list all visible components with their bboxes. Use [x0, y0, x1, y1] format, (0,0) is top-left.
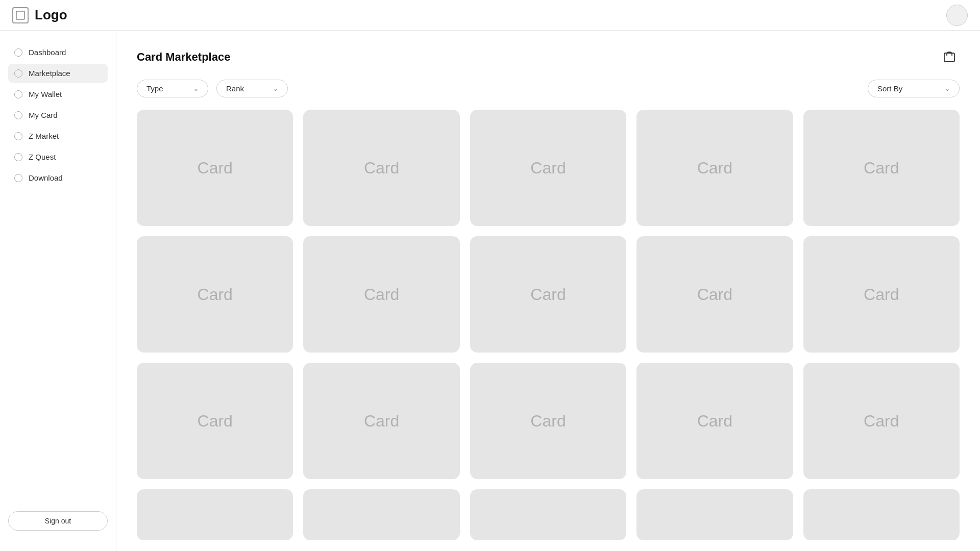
app-header: Logo: [0, 0, 980, 31]
sort-by-label: Sort By: [877, 84, 902, 93]
sidebar-label-my-card: My Card: [29, 111, 58, 119]
type-filter-label: Type: [146, 84, 163, 93]
logo-text: Logo: [35, 7, 67, 23]
app-layout: DashboardMarketplaceMy WalletMy CardZ Ma…: [0, 31, 980, 551]
sidebar-nav: DashboardMarketplaceMy WalletMy CardZ Ma…: [0, 43, 116, 187]
card-label-6: Card: [198, 285, 233, 304]
main-header: Card Marketplace: [137, 47, 960, 67]
sidebar-item-my-card[interactable]: My Card: [8, 106, 108, 124]
sidebar-label-my-wallet: My Wallet: [29, 90, 62, 98]
sidebar-item-download[interactable]: Download: [8, 168, 108, 187]
main-content: Card Marketplace Type ⌄ Rank ⌄ Sort By ⌄: [116, 31, 980, 551]
card-item-10[interactable]: Card: [803, 236, 960, 353]
sidebar-label-download: Download: [29, 173, 63, 182]
card-item-partial-19[interactable]: [636, 489, 793, 540]
card-label-15: Card: [864, 412, 899, 431]
card-label-10: Card: [864, 285, 899, 304]
card-item-6[interactable]: Card: [137, 236, 293, 353]
card-label-5: Card: [864, 159, 899, 178]
card-item-11[interactable]: Card: [137, 363, 293, 479]
card-label-4: Card: [697, 159, 732, 178]
sidebar-dot-download: [14, 174, 22, 182]
card-item-14[interactable]: Card: [636, 363, 793, 479]
sidebar-dot-my-card: [14, 111, 22, 119]
cart-icon-button[interactable]: [939, 47, 960, 67]
header-left: Logo: [12, 7, 67, 23]
sidebar-label-marketplace: Marketplace: [29, 69, 70, 78]
card-label-9: Card: [697, 285, 732, 304]
sidebar-label-z-market: Z Market: [29, 132, 59, 140]
card-item-12[interactable]: Card: [303, 363, 459, 479]
sidebar-label-z-quest: Z Quest: [29, 153, 56, 161]
card-item-8[interactable]: Card: [470, 236, 626, 353]
card-item-partial-20[interactable]: [803, 489, 960, 540]
card-item-13[interactable]: Card: [470, 363, 626, 479]
sidebar-item-z-quest[interactable]: Z Quest: [8, 147, 108, 166]
card-grid: CardCardCardCardCardCardCardCardCardCard…: [137, 110, 960, 540]
card-label-3: Card: [530, 159, 566, 178]
card-label-14: Card: [697, 412, 732, 431]
rank-filter-label: Rank: [226, 84, 244, 93]
logo-icon: [12, 7, 29, 23]
card-item-2[interactable]: Card: [303, 110, 459, 226]
sidebar-dot-z-market: [14, 132, 22, 140]
sidebar-item-marketplace[interactable]: Marketplace: [8, 64, 108, 83]
sidebar-dot-my-wallet: [14, 90, 22, 98]
card-item-partial-16[interactable]: [137, 489, 293, 540]
sidebar-dot-marketplace: [14, 69, 22, 78]
sidebar-label-dashboard: Dashboard: [29, 48, 66, 57]
avatar[interactable]: [946, 5, 968, 26]
card-label-11: Card: [198, 412, 233, 431]
sort-chevron-icon: ⌄: [945, 85, 950, 92]
type-filter-dropdown[interactable]: Type ⌄: [137, 80, 208, 97]
type-chevron-icon: ⌄: [193, 85, 199, 92]
card-item-partial-18[interactable]: [470, 489, 626, 540]
card-item-9[interactable]: Card: [636, 236, 793, 353]
svg-rect-1: [944, 53, 954, 62]
sidebar-item-my-wallet[interactable]: My Wallet: [8, 85, 108, 104]
sidebar-item-dashboard[interactable]: Dashboard: [8, 43, 108, 62]
sidebar-item-z-market[interactable]: Z Market: [8, 127, 108, 145]
rank-chevron-icon: ⌄: [273, 85, 278, 92]
sidebar-footer: Sign out: [0, 511, 116, 539]
sidebar-dot-z-quest: [14, 153, 22, 161]
sign-out-button[interactable]: Sign out: [8, 511, 108, 531]
rank-filter-dropdown[interactable]: Rank ⌄: [216, 80, 288, 97]
card-item-1[interactable]: Card: [137, 110, 293, 226]
page-title: Card Marketplace: [137, 51, 230, 64]
card-item-4[interactable]: Card: [636, 110, 793, 226]
card-label-13: Card: [530, 412, 566, 431]
card-item-partial-17[interactable]: [303, 489, 459, 540]
card-item-7[interactable]: Card: [303, 236, 459, 353]
sidebar: DashboardMarketplaceMy WalletMy CardZ Ma…: [0, 31, 116, 551]
card-label-1: Card: [198, 159, 233, 178]
card-item-3[interactable]: Card: [470, 110, 626, 226]
card-label-7: Card: [364, 285, 399, 304]
card-label-8: Card: [530, 285, 566, 304]
card-label-2: Card: [364, 159, 399, 178]
card-label-12: Card: [364, 412, 399, 431]
card-item-15[interactable]: Card: [803, 363, 960, 479]
filters-row: Type ⌄ Rank ⌄ Sort By ⌄: [137, 80, 960, 97]
sidebar-dot-dashboard: [14, 48, 22, 57]
svg-rect-0: [16, 11, 24, 19]
sort-by-dropdown[interactable]: Sort By ⌄: [868, 80, 960, 97]
card-item-5[interactable]: Card: [803, 110, 960, 226]
